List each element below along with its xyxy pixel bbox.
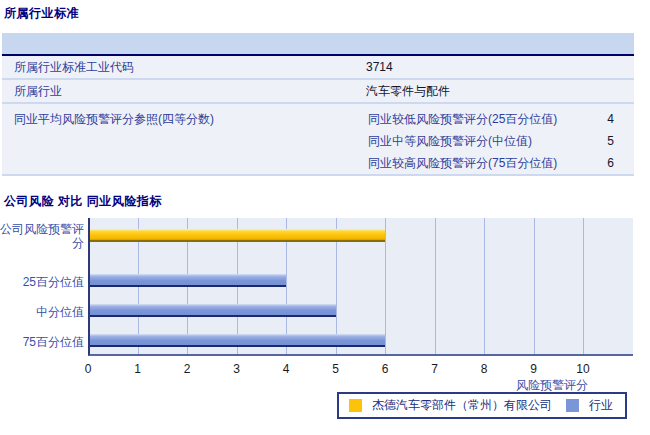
subrow-label: 同业较低风险预警评分(25百分位值) xyxy=(366,108,589,130)
peer-subrow-high: 同业较高风险预警评分(75百分位值) 6 xyxy=(366,152,634,174)
peer-subrow-low: 同业较低风险预警评分(25百分位值) 4 xyxy=(366,108,634,130)
row-value: 汽车零件与配件 xyxy=(366,80,634,102)
section-title-industry-standard: 所属行业标准 xyxy=(4,5,79,22)
row-label: 同业平均风险预警评分参照(四等分数) xyxy=(2,104,366,174)
subrow-value: 4 xyxy=(589,108,634,130)
legend-industry-name: 行业 xyxy=(589,397,613,414)
subrow-value: 6 xyxy=(589,152,634,174)
category-label-75百分位值: 75百分位值 xyxy=(0,335,84,349)
x-tick-7: 7 xyxy=(420,362,450,376)
table-row-peer-scores: 同业平均风险预警评分参照(四等分数) 同业较低风险预警评分(25百分位值) 4 … xyxy=(2,104,634,176)
row-label: 所属行业 xyxy=(2,80,366,102)
subrow-value: 5 xyxy=(589,130,634,152)
x-tick-4: 4 xyxy=(271,362,301,376)
gridline-6 xyxy=(385,218,386,354)
chart-x-axis-ticks: 012345678910 xyxy=(88,362,635,376)
chart-bar-中分位值 xyxy=(90,304,336,317)
peer-subrows: 同业较低风险预警评分(25百分位值) 4 同业中等风险预警评分(中位值) 5 同… xyxy=(366,104,634,174)
industry-standard-table: 所属行业标准工业代码 3714 所属行业 汽车零件与配件 同业平均风险预警评分参… xyxy=(2,33,634,176)
x-tick-6: 6 xyxy=(370,362,400,376)
table-row-industry: 所属行业 汽车零件与配件 xyxy=(2,80,634,104)
x-tick-8: 8 xyxy=(469,362,499,376)
section-title-risk-comparison: 公司风险 对比 同业风险指标 xyxy=(4,193,162,210)
row-label: 所属行业标准工业代码 xyxy=(2,56,366,78)
chart-bar-25百分位值 xyxy=(90,274,286,287)
gridline-10 xyxy=(583,218,584,354)
category-label-25百分位值: 25百分位值 xyxy=(0,275,84,289)
gridline-8 xyxy=(484,218,485,354)
table-header-bar xyxy=(2,33,634,56)
subrow-label: 同业较高风险预警评分(75百分位值) xyxy=(366,152,589,174)
page: 所属行业标准 所属行业标准工业代码 3714 所属行业 汽车零件与配件 同业平均… xyxy=(0,0,650,435)
x-tick-2: 2 xyxy=(172,362,202,376)
x-tick-9: 9 xyxy=(519,362,549,376)
x-tick-5: 5 xyxy=(321,362,351,376)
bar-chart-plot-area xyxy=(88,218,633,356)
company-legend-swatch-icon xyxy=(349,399,362,412)
table-row-sic: 所属行业标准工业代码 3714 xyxy=(2,56,634,80)
gridline-7 xyxy=(435,218,436,354)
subrow-label: 同业中等风险预警评分(中位值) xyxy=(366,130,589,152)
row-value: 3714 xyxy=(366,56,634,78)
chart-bar-公司风险预警评分 xyxy=(90,229,385,242)
category-label-中分位值: 中分位值 xyxy=(0,305,84,319)
x-tick-3: 3 xyxy=(222,362,252,376)
legend-company-name: 杰德汽车零部件（常州）有限公司 xyxy=(372,397,552,414)
gridline-9 xyxy=(534,218,535,354)
chart-bar-75百分位值 xyxy=(90,334,385,347)
category-label-公司风险预警评分: 公司风险预警评分 xyxy=(0,222,84,250)
x-tick-0: 0 xyxy=(73,362,103,376)
peer-subrow-median: 同业中等风险预警评分(中位值) 5 xyxy=(366,130,634,152)
chart-legend: 杰德汽车零部件（常州）有限公司 行业 xyxy=(337,392,627,419)
industry-legend-swatch-icon xyxy=(566,399,579,412)
x-tick-10: 10 xyxy=(568,362,598,376)
x-tick-1: 1 xyxy=(123,362,153,376)
